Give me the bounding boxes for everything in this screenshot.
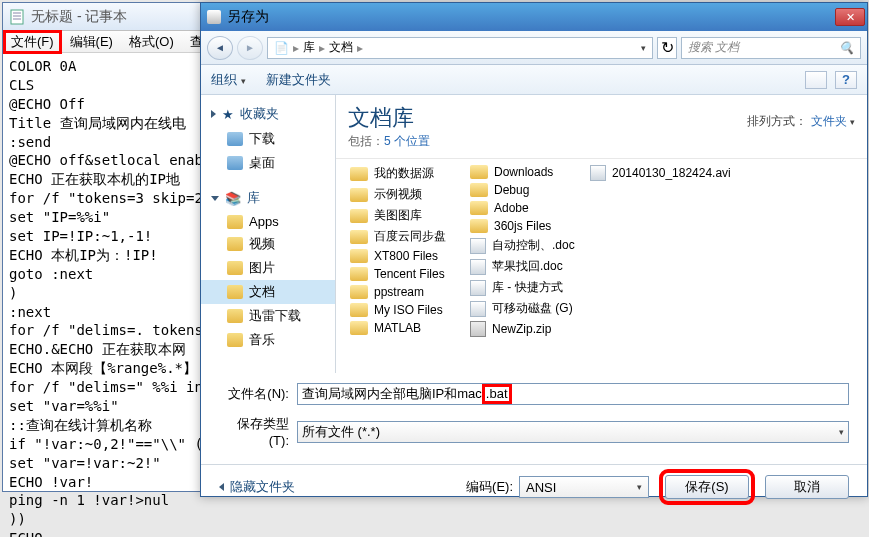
sort-control[interactable]: 排列方式： 文件夹 ▾	[747, 113, 855, 130]
dialog-fields: 文件名(N): 查询局域网内全部电脑IP和mac.bat 保存类型(T): 所有…	[201, 373, 867, 464]
cancel-button[interactable]: 取消	[765, 475, 849, 499]
save-button[interactable]: 保存(S)	[665, 475, 749, 499]
breadcrumb-item[interactable]: 文档	[329, 39, 353, 56]
breadcrumb-item[interactable]: 库	[303, 39, 315, 56]
file-item[interactable]: 自动控制、.doc	[466, 235, 586, 256]
folder-icon	[350, 209, 368, 223]
filetype-select[interactable]: 所有文件 (*.*)▾	[297, 421, 849, 443]
folder-icon	[350, 321, 368, 335]
file-label: 20140130_182424.avi	[612, 166, 731, 180]
nav-back-button[interactable]: ◄	[207, 36, 233, 60]
file-icon	[470, 259, 486, 275]
file-label: Downloads	[494, 165, 553, 179]
file-label: 可移动磁盘 (G)	[492, 300, 573, 317]
file-item[interactable]: NewZip.zip	[466, 319, 586, 339]
menu-file[interactable]: 文件(F)	[3, 30, 62, 54]
folder-icon	[350, 230, 368, 244]
menu-format[interactable]: 格式(O)	[121, 31, 182, 53]
file-item[interactable]: XT800 Files	[346, 247, 466, 265]
file-item[interactable]: Tencent Files	[346, 265, 466, 283]
encoding-select[interactable]: ANSI▾	[519, 476, 649, 498]
file-item[interactable]: 我的数据源	[346, 163, 466, 184]
file-item[interactable]: Downloads	[466, 163, 586, 181]
extension-highlight: .bat	[482, 384, 512, 404]
file-item[interactable]: 百度云同步盘	[346, 226, 466, 247]
sidebar-item-xunlei[interactable]: 迅雷下载	[201, 304, 335, 328]
hide-folders-button[interactable]: 隐藏文件夹	[219, 478, 295, 496]
file-label: NewZip.zip	[492, 322, 551, 336]
sidebar-item-desktop[interactable]: 桌面	[201, 151, 335, 175]
organize-button[interactable]: 组织 ▾	[211, 71, 246, 89]
folder-icon	[470, 219, 488, 233]
sidebar-item-documents[interactable]: 文档	[201, 280, 335, 304]
filetype-label: 保存类型(T):	[219, 415, 289, 448]
file-item[interactable]: 20140130_182424.avi	[586, 163, 806, 183]
dialog-main: 文档库 包括：5 个位置 排列方式： 文件夹 ▾ 我的数据源示例视频美图图库百度…	[336, 95, 867, 373]
file-item[interactable]: ppstream	[346, 283, 466, 301]
dialog-body: ★收藏夹 下载 桌面 📚库 Apps 视频 图片 文档 迅雷下载 音乐 文档库 …	[201, 95, 867, 373]
file-icon	[470, 238, 486, 254]
file-label: Debug	[494, 183, 529, 197]
file-label: ppstream	[374, 285, 424, 299]
downloads-icon	[227, 132, 243, 146]
chevron-right-icon: ▸	[319, 41, 325, 55]
folder-icon	[470, 183, 488, 197]
sidebar-item-videos[interactable]: 视频	[201, 232, 335, 256]
file-label: 360js Files	[494, 219, 551, 233]
folder-icon	[350, 267, 368, 281]
file-item[interactable]: Debug	[466, 181, 586, 199]
library-icon: 📚	[225, 191, 241, 206]
file-item[interactable]: Adobe	[466, 199, 586, 217]
dialog-title: 另存为	[227, 8, 269, 26]
file-list[interactable]: 我的数据源示例视频美图图库百度云同步盘XT800 FilesTencent Fi…	[336, 159, 867, 373]
file-item[interactable]: My ISO Files	[346, 301, 466, 319]
folder-icon	[227, 333, 243, 347]
sidebar-group-favorites[interactable]: ★收藏夹	[201, 101, 335, 127]
folder-icon: 📄	[274, 41, 289, 55]
breadcrumb[interactable]: 📄 ▸ 库 ▸ 文档 ▸ ▾	[267, 37, 653, 59]
sidebar-group-libraries[interactable]: 📚库	[201, 185, 335, 211]
sidebar-item-pictures[interactable]: 图片	[201, 256, 335, 280]
search-input[interactable]: 搜索 文档 🔍	[681, 37, 861, 59]
nav-forward-button[interactable]: ►	[237, 36, 263, 60]
close-button[interactable]: ✕	[835, 8, 865, 26]
file-item[interactable]: 可移动磁盘 (G)	[466, 298, 586, 319]
folder-icon	[470, 165, 488, 179]
encoding-label: 编码(E):	[466, 478, 513, 496]
refresh-button[interactable]: ↻	[657, 37, 677, 59]
sidebar-item-music[interactable]: 音乐	[201, 328, 335, 352]
folder-icon	[227, 261, 243, 275]
file-item[interactable]: 美图图库	[346, 205, 466, 226]
filename-input[interactable]: 查询局域网内全部电脑IP和mac.bat	[297, 383, 849, 405]
file-label: 我的数据源	[374, 165, 434, 182]
folder-icon	[350, 167, 368, 181]
file-label: XT800 Files	[374, 249, 438, 263]
chevron-right-icon: ▸	[293, 41, 299, 55]
view-mode-button[interactable]	[805, 71, 827, 89]
file-label: 美图图库	[374, 207, 422, 224]
locations-link[interactable]: 5 个位置	[384, 134, 430, 148]
save-as-dialog: 另存为 ✕ ◄ ► 📄 ▸ 库 ▸ 文档 ▸ ▾ ↻ 搜索 文档 🔍 组织 ▾ …	[200, 2, 868, 497]
sidebar-item-apps[interactable]: Apps	[201, 211, 335, 232]
notepad-icon	[9, 9, 25, 25]
file-label: 库 - 快捷方式	[492, 279, 563, 296]
file-item[interactable]: 360js Files	[466, 217, 586, 235]
file-item[interactable]: MATLAB	[346, 319, 466, 337]
help-button[interactable]: ?	[835, 71, 857, 89]
folder-icon	[350, 285, 368, 299]
menu-edit[interactable]: 编辑(E)	[62, 31, 121, 53]
breadcrumb-dropdown[interactable]: ▾	[641, 43, 646, 53]
dialog-titlebar[interactable]: 另存为 ✕	[201, 3, 867, 31]
file-icon	[470, 301, 486, 317]
zip-icon	[470, 321, 486, 337]
file-item[interactable]: 苹果找回.doc	[466, 256, 586, 277]
file-item[interactable]: 示例视频	[346, 184, 466, 205]
folder-icon	[227, 285, 243, 299]
sidebar-item-downloads[interactable]: 下载	[201, 127, 335, 151]
file-label: 苹果找回.doc	[492, 258, 563, 275]
file-label: 自动控制、.doc	[492, 237, 575, 254]
file-item[interactable]: 库 - 快捷方式	[466, 277, 586, 298]
filename-label: 文件名(N):	[219, 385, 289, 403]
notepad-title: 无标题 - 记事本	[31, 8, 127, 26]
new-folder-button[interactable]: 新建文件夹	[266, 71, 331, 89]
